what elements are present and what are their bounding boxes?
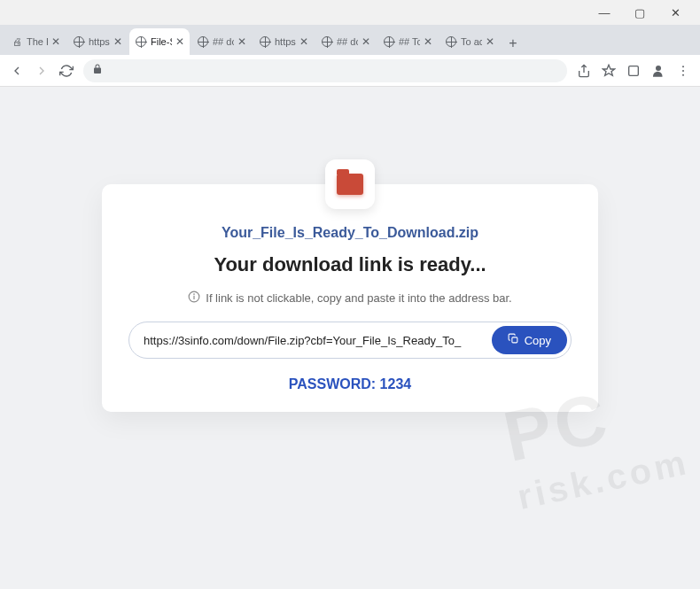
extensions-icon[interactable] [626, 63, 642, 79]
browser-tab-active[interactable]: File-Sl ✕ [129, 28, 190, 55]
download-url-field[interactable]: https://3sinfo.com/down/File.zip?cbf=You… [144, 334, 492, 347]
globe-icon [259, 35, 271, 48]
close-window-button[interactable]: ✕ [657, 2, 693, 23]
hint-label: If link is not clickable, copy and paste… [206, 291, 511, 305]
close-icon[interactable]: ✕ [237, 35, 246, 48]
copy-label: Copy [525, 334, 551, 347]
bookmark-icon[interactable] [601, 63, 617, 79]
svg-point-7 [194, 294, 195, 295]
tab-label: To ac [461, 36, 482, 47]
svg-point-1 [656, 66, 661, 71]
globe-icon [445, 35, 457, 48]
tab-label: ## To [399, 36, 420, 47]
password-label: PASSWORD: 1234 [128, 376, 572, 392]
browser-tab[interactable]: 🖨 The P ✕ [5, 28, 66, 55]
maximize-button[interactable]: ▢ [622, 2, 657, 23]
globe-icon [321, 35, 333, 48]
browser-tab[interactable]: https: ✕ [67, 28, 128, 55]
menu-icon[interactable] [675, 63, 691, 79]
file-archive-icon [325, 159, 375, 209]
browser-tabstrip: 🖨 The P ✕ https: ✕ File-Sl ✕ ## do ✕ htt… [0, 25, 700, 55]
new-tab-button[interactable]: + [502, 32, 525, 55]
tab-label: https: [275, 36, 296, 47]
share-icon[interactable] [576, 63, 592, 79]
svg-rect-8 [512, 337, 517, 343]
window-titlebar: — ▢ ✕ [0, 0, 700, 25]
tab-label: ## do [337, 36, 358, 47]
svg-point-3 [682, 70, 684, 72]
close-icon[interactable]: ✕ [486, 35, 494, 48]
globe-icon [135, 35, 147, 48]
close-icon[interactable]: ✕ [113, 35, 122, 48]
close-icon[interactable]: ✕ [51, 35, 60, 48]
tab-label: File-Sl [151, 36, 172, 47]
close-icon[interactable]: ✕ [299, 35, 308, 48]
tab-label: The P [27, 36, 48, 47]
hint-text: If link is not clickable, copy and paste… [128, 291, 572, 306]
globe-icon [73, 35, 85, 48]
browser-tab[interactable]: ## do ✕ [191, 28, 252, 55]
svg-rect-0 [629, 66, 639, 75]
copy-button[interactable]: Copy [492, 326, 567, 354]
ready-heading: Your download link is ready... [128, 253, 572, 276]
tab-label: ## do [213, 36, 234, 47]
printer-icon: 🖨 [11, 35, 23, 48]
tab-label: https: [89, 36, 110, 47]
globe-icon [197, 35, 209, 48]
info-icon [188, 291, 200, 306]
svg-point-4 [682, 74, 684, 75]
link-row: https://3sinfo.com/down/File.zip?cbf=You… [128, 322, 572, 359]
browser-tab[interactable]: ## do ✕ [315, 28, 376, 55]
profile-icon[interactable] [650, 63, 666, 79]
browser-toolbar [0, 55, 700, 87]
minimize-button[interactable]: — [587, 2, 622, 23]
browser-tab[interactable]: ## To ✕ [377, 28, 438, 55]
filename-label: Your_File_Is_Ready_To_Download.zip [128, 225, 572, 241]
close-icon[interactable]: ✕ [424, 35, 432, 48]
copy-icon [508, 333, 519, 347]
page-content: Your_File_Is_Ready_To_Download.zip Your … [0, 87, 700, 589]
close-icon[interactable]: ✕ [175, 35, 184, 48]
forward-button[interactable] [34, 63, 50, 79]
lock-icon [92, 64, 103, 77]
browser-tab[interactable]: https: ✕ [253, 28, 314, 55]
close-icon[interactable]: ✕ [362, 35, 370, 48]
reload-button[interactable] [58, 63, 74, 79]
download-card: Your_File_Is_Ready_To_Download.zip Your … [102, 184, 598, 412]
globe-icon [383, 35, 395, 48]
back-button[interactable] [9, 63, 25, 79]
browser-tab[interactable]: To ac ✕ [439, 28, 500, 55]
svg-point-2 [682, 66, 684, 67]
address-bar[interactable] [83, 59, 567, 82]
